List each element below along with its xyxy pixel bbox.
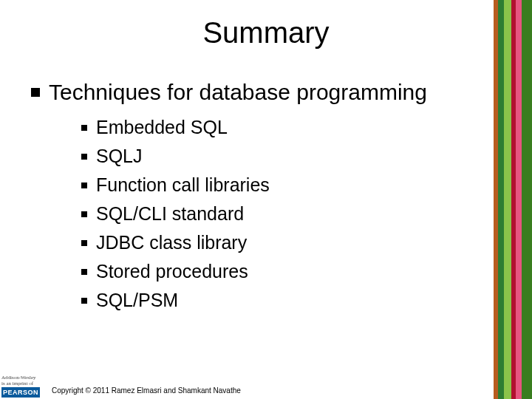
stripe-icon bbox=[522, 0, 532, 399]
list-item: SQLJ bbox=[81, 146, 270, 167]
logo-brand: PEARSON bbox=[1, 387, 40, 398]
logo-line1: Addison-Wesley bbox=[1, 375, 40, 381]
square-bullet-icon bbox=[81, 154, 87, 160]
list-item: Stored procedures bbox=[81, 261, 270, 282]
logo-line2: is an imprint of bbox=[1, 381, 40, 386]
main-bullet-text: Techniques for database programming bbox=[49, 80, 427, 105]
square-bullet-icon bbox=[31, 88, 40, 97]
square-bullet-icon bbox=[81, 240, 87, 246]
list-item-text: Stored procedures bbox=[96, 261, 248, 282]
sub-bullet-list: Embedded SQL SQLJ Function call librarie… bbox=[81, 117, 270, 318]
square-bullet-icon bbox=[81, 269, 87, 275]
list-item: SQL/PSM bbox=[81, 290, 270, 311]
list-item-text: Embedded SQL bbox=[96, 117, 228, 138]
list-item-text: Function call libraries bbox=[96, 174, 270, 196]
square-bullet-icon bbox=[81, 211, 87, 217]
stripe-icon bbox=[504, 0, 511, 399]
list-item-text: SQL/PSM bbox=[96, 290, 178, 311]
decorative-stripes bbox=[494, 0, 532, 399]
slide: Summary Techniques for database programm… bbox=[0, 0, 532, 399]
footer: Addison-Wesley is an imprint of PEARSON … bbox=[0, 369, 532, 399]
stripe-icon bbox=[498, 0, 504, 399]
list-item-text: SQL/CLI standard bbox=[96, 203, 244, 225]
stripe-icon bbox=[516, 0, 522, 399]
list-item: JDBC class library bbox=[81, 232, 270, 253]
list-item: Function call libraries bbox=[81, 174, 270, 196]
list-item-text: JDBC class library bbox=[96, 232, 247, 253]
square-bullet-icon bbox=[81, 183, 87, 188]
slide-title: Summary bbox=[0, 16, 532, 50]
publisher-logo: Addison-Wesley is an imprint of PEARSON bbox=[1, 375, 40, 398]
copyright-text: Copyright © 2011 Ramez Elmasri and Shamk… bbox=[52, 386, 241, 395]
square-bullet-icon bbox=[81, 298, 87, 304]
square-bullet-icon bbox=[81, 125, 87, 131]
main-bullet: Techniques for database programming bbox=[31, 80, 427, 105]
list-item-text: SQLJ bbox=[96, 146, 143, 167]
list-item: SQL/CLI standard bbox=[81, 203, 270, 225]
list-item: Embedded SQL bbox=[81, 117, 270, 138]
